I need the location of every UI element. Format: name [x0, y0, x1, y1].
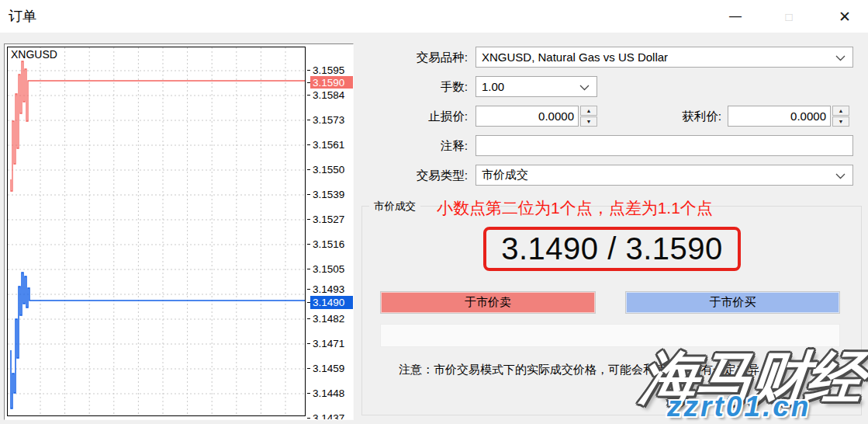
take-profit-up-button[interactable]: ▲ — [832, 106, 849, 116]
axis-price-label: 3.1573 — [310, 113, 354, 127]
axis-price-label: 3.1448 — [310, 387, 354, 400]
chevron-down-icon — [835, 55, 846, 61]
symbol-label: 交易品种: — [351, 50, 468, 66]
order-type-label: 交易类型: — [351, 168, 468, 184]
maximize-icon: □ — [785, 11, 792, 23]
take-profit-input[interactable]: 0.0000 — [728, 106, 831, 127]
price-scale: 3.15953.15903.15843.15733.15613.15503.15… — [309, 44, 353, 419]
symbol-dropdown[interactable]: XNGUSD, Natural Gas vs US Dollar — [475, 47, 853, 68]
axis-price-label: 3.1539 — [310, 188, 354, 201]
window-title: 订单 — [9, 7, 36, 26]
stop-loss-up-button[interactable]: ▲ — [580, 106, 597, 116]
take-profit-down-button[interactable]: ▼ — [832, 116, 849, 127]
market-execution-legend: 市价成交 — [369, 200, 420, 214]
arrow-down-icon: ▼ — [839, 119, 844, 124]
arrow-up-icon: ▲ — [839, 108, 844, 113]
maximize-button[interactable]: □ — [771, 0, 807, 33]
bid-price-label: 3.1490 — [310, 296, 354, 309]
volume-dropdown[interactable]: 1.00 — [475, 76, 597, 97]
order-type-dropdown[interactable]: 市价成交 — [475, 165, 853, 186]
chevron-down-icon — [579, 85, 590, 91]
stop-loss-input[interactable]: 0.0000 — [475, 106, 579, 127]
comment-label: 注释: — [351, 138, 468, 155]
chevron-down-icon — [835, 173, 846, 179]
tick-chart-canvas — [8, 47, 305, 415]
tick-chart: XNGUSD — [7, 47, 306, 416]
axis-price-label: 3.1595 — [310, 64, 354, 77]
quote-highlight-box: 3.1490 / 3.1590 — [483, 227, 741, 271]
ask-price-label: 3.1590 — [310, 76, 354, 89]
take-profit-value: 0.0000 — [790, 109, 830, 123]
chart-symbol-label: XNGUSD — [11, 48, 57, 61]
take-profit-label: 获利价: — [652, 109, 721, 125]
axis-price-label: 3.1561 — [310, 138, 354, 151]
symbol-value: XNGUSD, Natural Gas vs US Dollar — [476, 50, 668, 64]
axis-price-label: 3.1437 — [310, 412, 354, 420]
buy-by-market-button[interactable]: 于市价买 — [625, 291, 840, 314]
stop-loss-down-button[interactable]: ▼ — [580, 116, 597, 127]
bid-ask-quote: 3.1490 / 3.1590 — [501, 231, 723, 266]
axis-price-label: 3.1527 — [310, 213, 354, 226]
take-profit-stepper: ▲ ▼ — [832, 106, 849, 127]
title-bar: 订单 — □ ✕ — [0, 0, 868, 33]
volume-label: 手数: — [351, 79, 468, 96]
stop-loss-label: 止损价: — [351, 109, 468, 125]
quote-panel: XNGUSD 3.15953.15903.15843.15733.15613.1… — [4, 43, 354, 420]
watermark-site: zzrt01.cn — [667, 391, 811, 423]
minimize-button[interactable]: — — [718, 0, 753, 33]
minimize-icon: — — [729, 10, 742, 23]
axis-price-label: 3.1471 — [310, 337, 354, 350]
axis-price-label: 3.1505 — [310, 262, 354, 276]
stop-loss-stepper: ▲ ▼ — [580, 106, 597, 127]
volume-value: 1.00 — [476, 80, 504, 93]
arrow-up-icon: ▲ — [586, 108, 592, 113]
spread-annotation: 小数点第二位为1个点，点差为1.1个点 — [437, 197, 713, 219]
axis-price-label: 3.1459 — [310, 362, 354, 375]
axis-price-label: 3.1482 — [310, 312, 354, 325]
stop-loss-value: 0.0000 — [538, 109, 578, 123]
comment-field[interactable] — [475, 135, 853, 156]
axis-price-label: 3.1584 — [310, 89, 354, 102]
order-type-value: 市价成交 — [476, 168, 528, 182]
sell-by-market-button[interactable]: 于市价卖 — [380, 291, 596, 314]
axis-price-label: 3.1493 — [310, 283, 354, 296]
axis-price-label: 3.1516 — [310, 238, 354, 251]
axis-price-label: 3.1550 — [310, 163, 354, 176]
close-button[interactable]: ✕ — [827, 0, 863, 33]
close-icon: ✕ — [839, 9, 851, 24]
arrow-down-icon: ▼ — [586, 119, 592, 124]
